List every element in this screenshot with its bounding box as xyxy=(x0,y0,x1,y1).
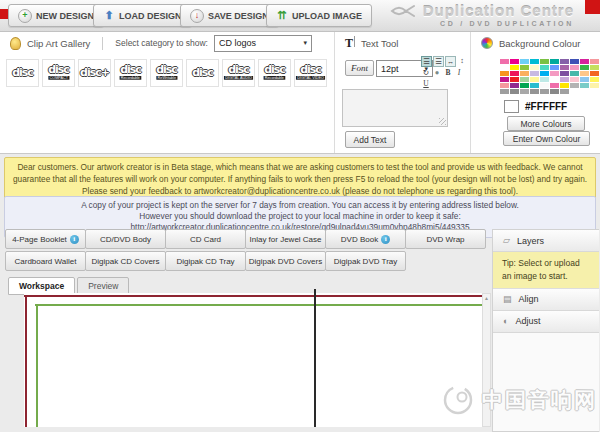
align-left-button[interactable]: ☰ xyxy=(421,56,432,67)
font-button[interactable]: Font xyxy=(345,60,374,76)
palette-swatch-r4-c6[interactable] xyxy=(550,77,559,82)
product-tab-cd-card[interactable]: CD Card xyxy=(165,229,246,249)
palette-swatch-r5-c8[interactable] xyxy=(570,83,579,88)
palette-swatch-r3-c5[interactable] xyxy=(540,71,549,76)
cd-logo-thumbnail-2[interactable]: discCOMPACT xyxy=(42,59,75,87)
palette-swatch-r1-c7[interactable] xyxy=(560,59,569,64)
palette-swatch-r2-c3[interactable] xyxy=(520,65,529,70)
palette-swatch-r6-c4[interactable] xyxy=(530,89,539,94)
cd-logo-thumbnail-5[interactable]: discReWritable xyxy=(150,59,183,87)
palette-swatch-r5-c9[interactable] xyxy=(580,83,589,88)
palette-swatch-r4-c1[interactable] xyxy=(500,77,509,82)
palette-swatch-r3-c1[interactable] xyxy=(500,71,509,76)
palette-swatch-r1-c5[interactable] xyxy=(540,59,549,64)
palette-swatch-r5-c5[interactable] xyxy=(540,83,549,88)
product-tab-dvd-book[interactable]: DVD Booki xyxy=(325,229,406,249)
palette-swatch-r1-c8[interactable] xyxy=(570,59,579,64)
palette-swatch-r3-c6[interactable] xyxy=(550,71,559,76)
palette-swatch-r4-c10[interactable] xyxy=(590,77,599,82)
palette-swatch-r6-c6[interactable] xyxy=(550,89,559,94)
cd-logo-thumbnail-1[interactable]: disc xyxy=(6,59,39,87)
cd-logo-thumbnail-9[interactable]: discDIGITAL VIDEO xyxy=(294,59,327,87)
palette-swatch-r4-c9[interactable] xyxy=(580,77,589,82)
palette-swatch-r2-c9[interactable] xyxy=(580,65,589,70)
palette-swatch-r4-c7[interactable] xyxy=(560,77,569,82)
rotate-button[interactable]: ↻ xyxy=(421,68,431,78)
design-canvas[interactable] xyxy=(24,293,482,427)
cd-logo-thumbnail-6[interactable]: disc xyxy=(186,59,219,87)
product-tab-digipak-cd-tray[interactable]: Digipak CD Tray xyxy=(165,251,246,271)
product-tab-dvd-wrap[interactable]: DVD Wrap xyxy=(405,229,486,249)
product-tab-cardboard-wallet[interactable]: Cardboard Wallet xyxy=(5,251,86,271)
palette-swatch-r2-c10[interactable] xyxy=(590,65,599,70)
palette-swatch-r2-c8[interactable] xyxy=(570,65,579,70)
palette-swatch-r1-c4[interactable] xyxy=(530,59,539,64)
palette-swatch-r4-c4[interactable] xyxy=(530,77,539,82)
text-colour-button[interactable]: ● xyxy=(432,68,442,78)
current-colour-swatch[interactable] xyxy=(504,100,519,113)
palette-swatch-r6-c2[interactable] xyxy=(510,89,519,94)
product-tab-4-page-booklet[interactable]: 4-Page Bookleti xyxy=(5,229,86,249)
palette-swatch-r1-c9[interactable] xyxy=(580,59,589,64)
upload-image-button[interactable]: ⇈UPLOAD IMAGE xyxy=(266,4,372,27)
new-design-button[interactable]: +NEW DESIGN xyxy=(8,4,104,27)
info-icon[interactable]: i xyxy=(381,235,390,244)
palette-swatch-r3-c9[interactable] xyxy=(580,71,589,76)
palette-swatch-r1-c6[interactable] xyxy=(550,59,559,64)
palette-swatch-r3-c10[interactable] xyxy=(590,71,599,76)
palette-swatch-r5-c1[interactable] xyxy=(500,83,509,88)
info-icon[interactable]: i xyxy=(70,235,79,244)
palette-swatch-r3-c4[interactable] xyxy=(530,71,539,76)
cd-logo-thumbnail-7[interactable]: discDIGITAL AUDIO xyxy=(222,59,255,87)
palette-swatch-r1-c1[interactable] xyxy=(500,59,509,64)
palette-swatch-r5-c4[interactable] xyxy=(530,83,539,88)
bold-button[interactable]: B xyxy=(443,68,453,78)
palette-swatch-r1-c2[interactable] xyxy=(510,59,519,64)
cd-logo-thumbnail-8[interactable]: discRecordable xyxy=(258,59,291,87)
stretch-vertical-button[interactable]: ↕ xyxy=(457,56,467,66)
layers-panel-button[interactable]: ▱ Layers xyxy=(493,230,599,252)
text-input-area[interactable] xyxy=(342,89,448,127)
palette-swatch-r1-c10[interactable] xyxy=(590,59,599,64)
palette-swatch-r6-c5[interactable] xyxy=(540,89,549,94)
save-design-button[interactable]: ↓SAVE DESIGN xyxy=(180,4,279,27)
scroll-up-icon[interactable]: ▲ xyxy=(483,294,490,302)
cd-logo-thumbnail-4[interactable]: discRecordable xyxy=(114,59,147,87)
palette-swatch-r6-c7[interactable] xyxy=(560,89,569,94)
product-tab-digipak-cd-covers[interactable]: Digipak CD Covers xyxy=(85,251,166,271)
product-tab-digipak-dvd-covers[interactable]: Digipak DVD Covers xyxy=(245,251,326,271)
palette-swatch-r3-c3[interactable] xyxy=(520,71,529,76)
adjust-panel-button[interactable]: ◐ Adjust xyxy=(493,311,599,333)
palette-swatch-r2-c2[interactable] xyxy=(510,65,519,70)
italic-button[interactable]: I xyxy=(454,68,464,78)
palette-swatch-r5-c7[interactable] xyxy=(560,83,569,88)
align-panel-button[interactable]: ▤ Align xyxy=(493,289,599,311)
palette-swatch-r5-c10[interactable] xyxy=(590,83,599,88)
palette-swatch-r3-c8[interactable] xyxy=(570,71,579,76)
palette-swatch-r2-c6[interactable] xyxy=(550,65,559,70)
product-tab-digipak-dvd-tray[interactable]: Digipak DVD Tray xyxy=(325,251,406,271)
palette-swatch-r2-c4[interactable] xyxy=(530,65,539,70)
enter-own-colour-button[interactable]: Enter Own Colour xyxy=(503,131,590,146)
palette-swatch-r4-c2[interactable] xyxy=(510,77,519,82)
product-tab-cd-dvd-body[interactable]: CD/DVD Body xyxy=(85,229,166,249)
palette-swatch-r2-c5[interactable] xyxy=(540,65,549,70)
cd-logo-thumbnail-3[interactable]: disc+ xyxy=(78,59,111,87)
palette-swatch-r6-c1[interactable] xyxy=(500,89,509,94)
palette-swatch-r4-c5[interactable] xyxy=(540,77,549,82)
palette-swatch-r1-c3[interactable] xyxy=(520,59,529,64)
palette-swatch-r5-c2[interactable] xyxy=(510,83,519,88)
product-tab-inlay-for-jewel-case[interactable]: Inlay for Jewel Case xyxy=(245,229,326,249)
palette-swatch-r5-c3[interactable] xyxy=(520,83,529,88)
load-design-button[interactable]: ⬆LOAD DESIGN xyxy=(93,4,192,27)
palette-swatch-r2-c1[interactable] xyxy=(500,65,509,70)
more-colours-button[interactable]: More Colours xyxy=(507,116,585,131)
add-text-button[interactable]: Add Text xyxy=(345,131,395,148)
palette-swatch-r4-c8[interactable] xyxy=(570,77,579,82)
underline-button[interactable]: U xyxy=(421,79,431,89)
stretch-horizontal-button[interactable]: ↔ xyxy=(445,56,456,67)
category-select[interactable]: CD logos ▾ xyxy=(214,35,312,52)
palette-swatch-r5-c6[interactable] xyxy=(550,83,559,88)
palette-swatch-r2-c7[interactable] xyxy=(560,65,569,70)
align-center-button[interactable]: ☰ xyxy=(433,56,444,67)
